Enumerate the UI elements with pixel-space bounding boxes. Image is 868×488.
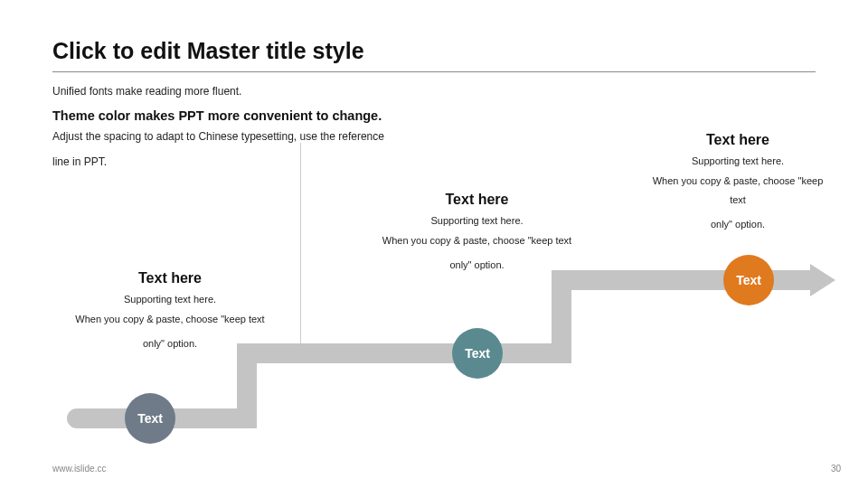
- text-block-support: Supporting text here.: [52, 294, 288, 305]
- text-block-desc-1: When you copy & paste, choose "keep text: [52, 310, 288, 329]
- step-dot-1: Text: [125, 393, 175, 444]
- text-block-heading: Text here: [52, 270, 288, 286]
- text-block-support: Supporting text here.: [371, 215, 583, 226]
- text-block-left: Text here Supporting text here. When you…: [52, 270, 288, 353]
- page-title[interactable]: Click to edit Master title style: [52, 38, 816, 70]
- text-block-support: Supporting text here.: [647, 155, 828, 166]
- text-block-mid: Text here Supporting text here. When you…: [371, 192, 583, 275]
- step-dot-label: Text: [465, 346, 490, 361]
- title-divider: [52, 71, 816, 72]
- step-dot-2: Text: [452, 328, 503, 379]
- text-block-desc-1: When you copy & paste, choose "keep text: [371, 231, 583, 250]
- text-block-desc-1: When you copy & paste, choose "keep text: [647, 172, 828, 210]
- arrow-head-icon: [810, 264, 835, 296]
- subtitle-line-2: Theme color makes PPT more convenient to…: [52, 108, 816, 123]
- step-dot-3: Text: [723, 255, 774, 305]
- text-block-right: Text here Supporting text here. When you…: [647, 132, 828, 234]
- page-number: 30: [831, 464, 841, 474]
- arrow-segment-mid-h: [237, 343, 571, 363]
- text-block-desc-2: only" option.: [647, 215, 828, 234]
- text-block-heading: Text here: [647, 132, 828, 148]
- step-dot-label: Text: [137, 411, 163, 426]
- subtitle-line-1: Unified fonts make reading more fluent.: [52, 85, 816, 98]
- text-block-heading: Text here: [371, 192, 583, 208]
- step-dot-label: Text: [736, 273, 761, 287]
- vertical-divider: [300, 143, 301, 354]
- footer-url: www.islide.cc: [52, 464, 106, 474]
